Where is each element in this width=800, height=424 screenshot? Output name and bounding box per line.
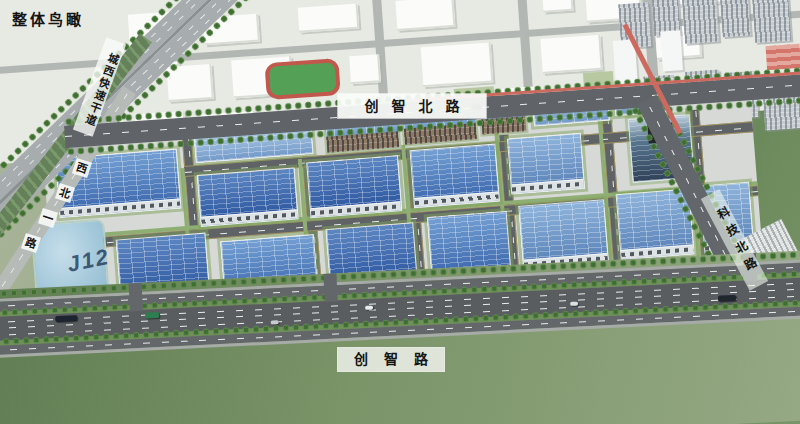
- city-block: [542, 0, 573, 13]
- vehicle-truck: [55, 315, 77, 322]
- road-label-chuangzhi: 创智路: [338, 348, 444, 371]
- road-label-chuangzhi-north: 创智北路: [338, 94, 486, 118]
- warehouse-solar-roof: [518, 199, 609, 270]
- page-title: 整体鸟瞰: [12, 8, 84, 29]
- connector-road: [323, 273, 337, 302]
- city-block: [421, 42, 494, 87]
- vehicle-car: [271, 320, 279, 324]
- vehicle-car: [365, 306, 373, 310]
- connector-road: [129, 283, 143, 312]
- city-block: [540, 35, 602, 74]
- city-block: [349, 54, 381, 84]
- sports-track-field: [264, 58, 340, 100]
- vehicle-truck: [718, 295, 736, 302]
- vehicle-car: [570, 302, 578, 306]
- tower-block: [682, 0, 719, 44]
- aerial-masterplan-rendering: J12: [0, 0, 800, 424]
- warehouse-solar-roof: [197, 167, 299, 227]
- warehouse-facade: [60, 198, 180, 216]
- tower-block: [720, 0, 751, 37]
- vehicle-truck: [145, 312, 159, 319]
- warehouse-solar-roof: [306, 155, 402, 218]
- city-block: [395, 0, 455, 31]
- warehouse-solar-roof: [410, 144, 500, 209]
- tower-block: [751, 0, 791, 43]
- warehouse-facade: [512, 179, 584, 194]
- office-tower-white: [660, 30, 683, 71]
- warehouse-solar-roof: [507, 133, 585, 195]
- city-block: [298, 4, 360, 33]
